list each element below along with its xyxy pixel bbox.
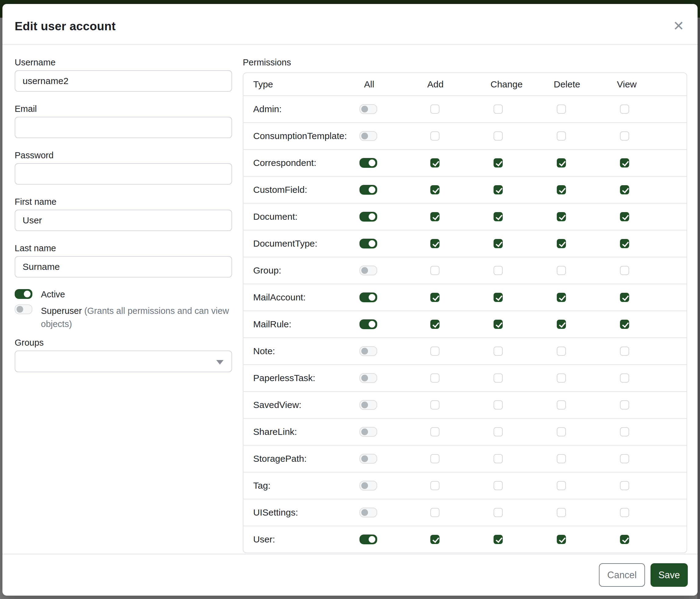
permission-add-checkbox[interactable] bbox=[430, 400, 440, 409]
permission-change-checkbox[interactable] bbox=[494, 104, 503, 114]
permission-change-checkbox[interactable] bbox=[494, 400, 503, 409]
permission-view-checkbox[interactable] bbox=[620, 346, 629, 356]
permission-view-checkbox[interactable] bbox=[620, 266, 629, 275]
permission-change-checkbox[interactable] bbox=[494, 293, 503, 302]
permission-all-toggle[interactable] bbox=[359, 266, 377, 275]
permission-row: MailRule: bbox=[243, 311, 686, 337]
password-field[interactable] bbox=[15, 163, 232, 185]
last-name-input[interactable] bbox=[15, 256, 232, 278]
username-input[interactable] bbox=[15, 70, 232, 92]
permission-delete-checkbox[interactable] bbox=[557, 104, 566, 114]
first-name-input[interactable] bbox=[15, 210, 232, 231]
permission-delete-checkbox[interactable] bbox=[557, 293, 566, 302]
permission-view-checkbox[interactable] bbox=[620, 131, 629, 141]
permission-all-toggle[interactable] bbox=[359, 239, 377, 248]
permission-view-checkbox[interactable] bbox=[620, 212, 629, 221]
permission-add-checkbox[interactable] bbox=[430, 427, 440, 436]
permission-all-toggle[interactable] bbox=[359, 427, 377, 437]
permission-add-checkbox[interactable] bbox=[430, 293, 440, 302]
permission-change-checkbox[interactable] bbox=[494, 320, 503, 329]
permission-delete-checkbox[interactable] bbox=[557, 481, 566, 490]
permission-delete-checkbox[interactable] bbox=[557, 185, 566, 194]
permission-add-checkbox[interactable] bbox=[430, 320, 440, 329]
active-toggle[interactable] bbox=[15, 289, 32, 299]
permission-add-checkbox[interactable] bbox=[430, 104, 440, 114]
permission-change-checkbox[interactable] bbox=[494, 508, 503, 517]
permission-delete-checkbox[interactable] bbox=[557, 346, 566, 356]
permission-delete-checkbox[interactable] bbox=[557, 212, 566, 221]
permission-change-checkbox[interactable] bbox=[494, 131, 503, 141]
permission-add-checkbox[interactable] bbox=[430, 481, 440, 490]
permission-change-checkbox[interactable] bbox=[494, 374, 503, 383]
permission-view-checkbox[interactable] bbox=[620, 508, 629, 517]
permission-all-toggle[interactable] bbox=[359, 346, 377, 356]
permission-add-checkbox[interactable] bbox=[430, 454, 440, 463]
permission-change-checkbox[interactable] bbox=[494, 185, 503, 194]
permission-add-checkbox[interactable] bbox=[430, 346, 440, 356]
permission-delete-checkbox[interactable] bbox=[557, 266, 566, 275]
permission-all-toggle[interactable] bbox=[359, 508, 377, 518]
permission-view-checkbox[interactable] bbox=[620, 535, 629, 544]
permission-view-checkbox[interactable] bbox=[620, 427, 629, 436]
permission-delete-checkbox[interactable] bbox=[557, 454, 566, 463]
permission-delete-checkbox[interactable] bbox=[557, 239, 566, 248]
permission-all-toggle[interactable] bbox=[359, 481, 377, 490]
permission-view-checkbox[interactable] bbox=[620, 158, 629, 167]
permission-change-checkbox[interactable] bbox=[494, 346, 503, 356]
permission-add-checkbox[interactable] bbox=[430, 212, 440, 221]
permission-delete-checkbox[interactable] bbox=[557, 400, 566, 409]
permission-view-checkbox[interactable] bbox=[620, 185, 629, 194]
permission-view-checkbox[interactable] bbox=[620, 481, 629, 490]
permission-all-toggle[interactable] bbox=[359, 373, 377, 383]
permission-view-checkbox[interactable] bbox=[620, 454, 629, 463]
permission-view-checkbox[interactable] bbox=[620, 104, 629, 114]
permission-change-checkbox[interactable] bbox=[494, 481, 503, 490]
permission-add-checkbox[interactable] bbox=[430, 374, 440, 383]
permission-change-checkbox[interactable] bbox=[494, 158, 503, 167]
permission-view-checkbox[interactable] bbox=[620, 320, 629, 329]
permission-all-toggle[interactable] bbox=[359, 292, 377, 302]
permission-add-checkbox[interactable] bbox=[430, 535, 440, 544]
permission-all-toggle[interactable] bbox=[359, 319, 377, 329]
permission-all-toggle[interactable] bbox=[359, 212, 377, 221]
close-icon[interactable]: ✕ bbox=[669, 16, 689, 36]
permission-delete-checkbox[interactable] bbox=[557, 320, 566, 329]
permission-add-checkbox[interactable] bbox=[430, 266, 440, 275]
permission-row: Tag: bbox=[243, 472, 686, 499]
permission-add-checkbox[interactable] bbox=[430, 131, 440, 141]
permission-add-checkbox[interactable] bbox=[430, 508, 440, 517]
permission-view-checkbox[interactable] bbox=[620, 374, 629, 383]
superuser-toggle[interactable] bbox=[15, 304, 32, 314]
permission-all-toggle[interactable] bbox=[359, 185, 377, 195]
permission-all-toggle[interactable] bbox=[359, 534, 377, 544]
permission-delete-checkbox[interactable] bbox=[557, 427, 566, 436]
permission-view-checkbox[interactable] bbox=[620, 293, 629, 302]
permission-all-toggle[interactable] bbox=[359, 104, 377, 114]
permission-delete-checkbox[interactable] bbox=[557, 131, 566, 141]
groups-select[interactable] bbox=[15, 351, 232, 372]
permission-change-checkbox[interactable] bbox=[494, 212, 503, 221]
permission-change-checkbox[interactable] bbox=[494, 427, 503, 436]
save-button[interactable]: Save bbox=[651, 563, 688, 587]
permission-view-checkbox[interactable] bbox=[620, 400, 629, 409]
permission-change-checkbox[interactable] bbox=[494, 454, 503, 463]
permission-add-checkbox[interactable] bbox=[430, 239, 440, 248]
cancel-button[interactable]: Cancel bbox=[599, 563, 645, 587]
permission-add-checkbox[interactable] bbox=[430, 158, 440, 167]
permission-add-checkbox[interactable] bbox=[430, 185, 440, 194]
permission-all-toggle[interactable] bbox=[359, 158, 377, 168]
permission-change-checkbox[interactable] bbox=[494, 266, 503, 275]
email-field[interactable] bbox=[15, 117, 232, 138]
permission-change-checkbox[interactable] bbox=[494, 239, 503, 248]
permission-delete-checkbox[interactable] bbox=[557, 508, 566, 517]
permission-delete-checkbox[interactable] bbox=[557, 535, 566, 544]
permission-all-toggle[interactable] bbox=[359, 454, 377, 463]
permission-change-checkbox[interactable] bbox=[494, 535, 503, 544]
permission-type-label: StoragePath: bbox=[243, 454, 355, 464]
permission-view-checkbox[interactable] bbox=[620, 239, 629, 248]
permission-delete-checkbox[interactable] bbox=[557, 158, 566, 167]
permission-delete-checkbox[interactable] bbox=[557, 374, 566, 383]
permission-all-toggle[interactable] bbox=[359, 400, 377, 410]
permission-type-label: MailRule: bbox=[243, 319, 355, 330]
permission-all-toggle[interactable] bbox=[359, 131, 377, 141]
